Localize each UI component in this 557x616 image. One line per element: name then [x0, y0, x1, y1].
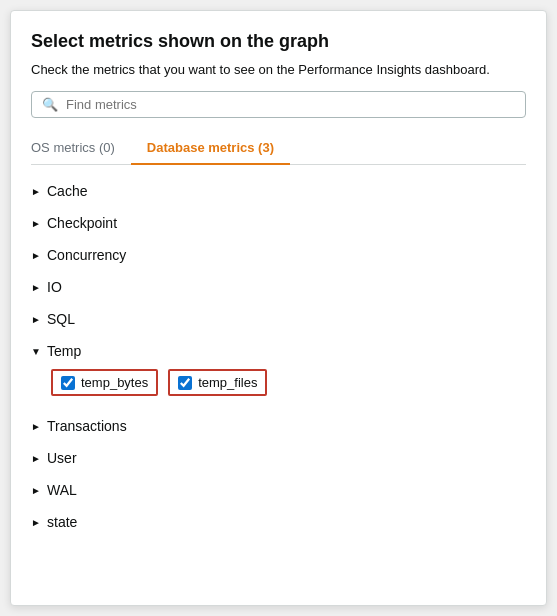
- group-sql: ► SQL: [31, 303, 526, 335]
- group-io-header[interactable]: ► IO: [31, 277, 526, 297]
- tab-os-metrics[interactable]: OS metrics (0): [31, 132, 131, 165]
- group-cache-arrow: ►: [31, 186, 47, 197]
- search-icon: 🔍: [42, 97, 58, 112]
- group-transactions-label: Transactions: [47, 418, 127, 434]
- group-concurrency-arrow: ►: [31, 250, 47, 261]
- tabs-container: OS metrics (0) Database metrics (3): [31, 132, 526, 165]
- group-temp-items: temp_bytes temp_files: [31, 361, 526, 404]
- group-wal-arrow: ►: [31, 485, 47, 496]
- group-state: ► state: [31, 506, 526, 538]
- group-io-arrow: ►: [31, 282, 47, 293]
- metric-item-temp-files: temp_files: [168, 369, 267, 396]
- temp-bytes-checkbox[interactable]: [61, 376, 75, 390]
- group-transactions: ► Transactions: [31, 410, 526, 442]
- group-transactions-arrow: ►: [31, 421, 47, 432]
- group-user: ► User: [31, 442, 526, 474]
- group-temp-header[interactable]: ▼ Temp: [31, 341, 526, 361]
- group-wal-header[interactable]: ► WAL: [31, 480, 526, 500]
- group-state-arrow: ►: [31, 517, 47, 528]
- select-metrics-modal: Select metrics shown on the graph Check …: [10, 10, 547, 606]
- group-state-label: state: [47, 514, 77, 530]
- group-checkpoint-header[interactable]: ► Checkpoint: [31, 213, 526, 233]
- group-sql-arrow: ►: [31, 314, 47, 325]
- modal-title: Select metrics shown on the graph: [31, 31, 526, 52]
- group-transactions-header[interactable]: ► Transactions: [31, 416, 526, 436]
- metric-item-temp-bytes: temp_bytes: [51, 369, 158, 396]
- group-cache-label: Cache: [47, 183, 87, 199]
- modal-description: Check the metrics that you want to see o…: [31, 62, 526, 77]
- group-temp-label: Temp: [47, 343, 81, 359]
- group-cache-header[interactable]: ► Cache: [31, 181, 526, 201]
- group-wal-label: WAL: [47, 482, 77, 498]
- metrics-list: ► Cache ► Checkpoint ► Concurrency ► IO: [31, 175, 526, 538]
- temp-files-label: temp_files: [198, 375, 257, 390]
- group-io: ► IO: [31, 271, 526, 303]
- group-checkpoint-label: Checkpoint: [47, 215, 117, 231]
- temp-bytes-wrapper: temp_bytes: [51, 369, 158, 396]
- group-concurrency-header[interactable]: ► Concurrency: [31, 245, 526, 265]
- group-temp-arrow: ▼: [31, 346, 47, 357]
- group-user-label: User: [47, 450, 77, 466]
- temp-files-checkbox[interactable]: [178, 376, 192, 390]
- group-temp: ▼ Temp temp_bytes temp_files: [31, 335, 526, 410]
- group-user-arrow: ►: [31, 453, 47, 464]
- temp-files-wrapper: temp_files: [168, 369, 267, 396]
- temp-bytes-label: temp_bytes: [81, 375, 148, 390]
- search-box: 🔍: [31, 91, 526, 118]
- tab-database-metrics[interactable]: Database metrics (3): [131, 132, 290, 165]
- search-input[interactable]: [66, 97, 515, 112]
- group-concurrency-label: Concurrency: [47, 247, 126, 263]
- group-io-label: IO: [47, 279, 62, 295]
- group-checkpoint-arrow: ►: [31, 218, 47, 229]
- group-sql-header[interactable]: ► SQL: [31, 309, 526, 329]
- group-user-header[interactable]: ► User: [31, 448, 526, 468]
- group-state-header[interactable]: ► state: [31, 512, 526, 532]
- group-cache: ► Cache: [31, 175, 526, 207]
- group-sql-label: SQL: [47, 311, 75, 327]
- group-wal: ► WAL: [31, 474, 526, 506]
- group-checkpoint: ► Checkpoint: [31, 207, 526, 239]
- group-concurrency: ► Concurrency: [31, 239, 526, 271]
